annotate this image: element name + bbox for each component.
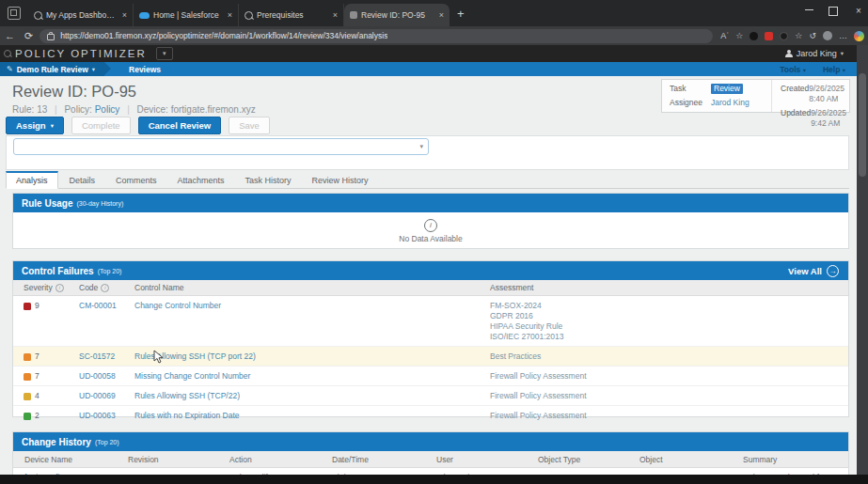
tab-details[interactable]: Details [60, 173, 105, 188]
app-search-icon[interactable] [4, 50, 11, 57]
tab-comments[interactable]: Comments [106, 173, 166, 188]
nav-item-reviews[interactable]: Reviews [129, 65, 161, 74]
table-row[interactable]: 2UD-00063Rules with no Expiration DateFi… [13, 406, 848, 426]
column-header: Object [639, 455, 743, 464]
search-icon [245, 11, 253, 20]
severity-value: 7 [35, 371, 39, 382]
close-tab-icon[interactable]: × [333, 10, 338, 20]
code-link[interactable]: UD-00058 [79, 371, 116, 381]
code-link[interactable]: UD-00069 [79, 391, 116, 400]
column-label: User [436, 455, 453, 464]
scrollbar-thumb[interactable] [859, 73, 866, 177]
app-menu-dropdown[interactable]: ▾ [156, 47, 173, 60]
browser-avatar[interactable] [823, 31, 832, 40]
user-menu[interactable]: Jarod King ▾ [785, 45, 844, 62]
favorite-star-icon[interactable]: ☆ [735, 31, 743, 40]
view-all-button[interactable]: View All → [788, 265, 839, 277]
minimize-icon[interactable] [805, 9, 813, 10]
arrow-right-circle-icon: → [827, 265, 839, 277]
code-link[interactable]: UD-00063 [79, 411, 116, 420]
close-tab-icon[interactable]: × [122, 10, 127, 20]
browser-tab[interactable]: My Apps Dashboard | FireMon× [28, 4, 134, 26]
browser-tab-strip: My Apps Dashboard | FireMon×Home | Sales… [0, 0, 868, 26]
tab-attachments[interactable]: Attachments [168, 173, 234, 188]
column-label: Code [79, 283, 98, 292]
tab-task-history[interactable]: Task History [236, 173, 301, 188]
more-menu-icon[interactable]: … [839, 31, 847, 40]
history-icon[interactable]: ↺ [809, 31, 816, 40]
assessment-link[interactable]: Firewall Policy Assessment [490, 411, 848, 421]
control-name-cell: Rules Allowing SSH (TCP/22) [134, 386, 490, 405]
url-text[interactable]: https://demo01.firemon.xyz/policyoptimiz… [60, 31, 387, 40]
close-tab-icon[interactable]: × [439, 10, 444, 20]
workflow-name: Demo Rule Review [17, 65, 88, 74]
firemon-icon [350, 11, 357, 19]
assessment-link[interactable]: Best Practices [490, 351, 848, 362]
control-name-link[interactable]: Change Control Number [134, 301, 221, 310]
assign-button[interactable]: Assign▾ [6, 117, 64, 134]
table-row[interactable]: 4UD-00069Rules Allowing SSH (TCP/22)Fire… [13, 386, 848, 406]
browser-profile-icon[interactable] [854, 31, 864, 41]
tools-menu[interactable]: Tools ▾ [780, 65, 806, 74]
workflow-selector[interactable]: ✎ Demo Rule Review ▾ [0, 62, 104, 76]
assessment-cell: FM-SOX-2024GDPR 2016HIPAA Security RuleI… [490, 296, 848, 346]
column-header: Date/Time [332, 455, 436, 464]
table-row[interactable]: 7UD-00058Missing Change Control NumberFi… [13, 367, 848, 386]
assessment-cell: Best Practices [490, 347, 848, 366]
assessment-link[interactable]: FM-SOX-2024 [490, 301, 848, 311]
column-label: Device Name [24, 455, 72, 464]
tab-search-icon[interactable] [8, 7, 21, 20]
rule-usage-subtitle: (30-day History) [76, 200, 123, 207]
search-icon [34, 11, 42, 20]
assessment-link[interactable]: Firewall Policy Assessment [490, 371, 848, 382]
close-tab-icon[interactable]: × [228, 10, 232, 20]
chevron-down-icon: ▾ [803, 67, 806, 73]
assignee-link[interactable]: Jarod King [711, 98, 750, 108]
save-button[interactable]: Save [229, 117, 270, 134]
updated-value: 9/26/2025 9:42 AM [811, 108, 846, 129]
cancel-review-button[interactable]: Cancel Review [138, 117, 222, 134]
read-aloud-icon[interactable]: Aʾ [720, 31, 729, 40]
close-window-icon[interactable]: × [853, 6, 864, 16]
rule-usage-section: Rule Usage (30-day History) i No Data Av… [12, 193, 849, 249]
tab-title: Review ID: PO-95 [361, 10, 435, 20]
control-failures-subtitle: (Top 20) [98, 268, 122, 274]
code-link[interactable]: SC-01572 [79, 351, 115, 361]
control-name-link[interactable]: Rules with no Expiration Date [134, 411, 240, 420]
table-row[interactable]: 7SC-01572Rules Allowing SSH (TCP port 22… [13, 347, 848, 367]
new-tab-button[interactable]: + [457, 7, 465, 21]
control-name-link[interactable]: Rules Allowing SSH (TCP/22) [134, 391, 240, 400]
extension-icon[interactable] [750, 32, 758, 40]
tab-analysis[interactable]: Analysis [6, 171, 58, 189]
chevron-down-icon: ▾ [92, 66, 95, 73]
user-name: Jarod King [797, 49, 837, 58]
assessment-link[interactable]: GDPR 2016 [490, 311, 848, 321]
extension-icon[interactable] [765, 32, 773, 40]
code-cell: UD-00069 [79, 386, 134, 405]
browser-tab[interactable]: Home | Salesforce× [134, 4, 239, 26]
address-bar[interactable]: https://demo01.firemon.xyz/policyoptimiz… [39, 29, 713, 43]
back-icon[interactable]: ← [5, 30, 15, 41]
workflow-nav-bar: ✎ Demo Rule Review ▾ Reviews Tools ▾ Hel… [0, 62, 857, 76]
extension-icon[interactable] [780, 32, 788, 40]
help-menu[interactable]: Help ▾ [823, 65, 845, 74]
browser-tab[interactable]: Prerequisites× [239, 4, 344, 26]
assessment-link[interactable]: HIPAA Security Rule [490, 321, 848, 332]
assessment-link[interactable]: Firewall Policy Assessment [490, 391, 848, 401]
refresh-icon[interactable]: ⟳ [24, 30, 33, 42]
page-scrollbar[interactable] [857, 45, 868, 484]
change-history-subtitle: (Top 20) [95, 439, 119, 445]
collections-icon[interactable]: ☆ [795, 31, 802, 40]
code-link[interactable]: CM-00001 [79, 301, 117, 310]
maximize-icon[interactable] [829, 7, 838, 16]
assessment-link[interactable]: ISO/IEC 27001:2013 [490, 332, 848, 342]
complete-button[interactable]: Complete [71, 117, 131, 134]
tab-review-history[interactable]: Review History [303, 173, 378, 188]
created-label: Created [781, 84, 809, 104]
control-name-link[interactable]: Missing Change Control Number [134, 371, 250, 381]
column-label: Date/Time [332, 455, 369, 464]
browser-tab[interactable]: Review ID: PO-95× [344, 4, 450, 26]
recommendation-select[interactable]: ▾ [13, 138, 429, 155]
table-row[interactable]: 9CM-00001Change Control NumberFM-SOX-202… [13, 296, 848, 347]
severity-value: 7 [35, 351, 39, 362]
